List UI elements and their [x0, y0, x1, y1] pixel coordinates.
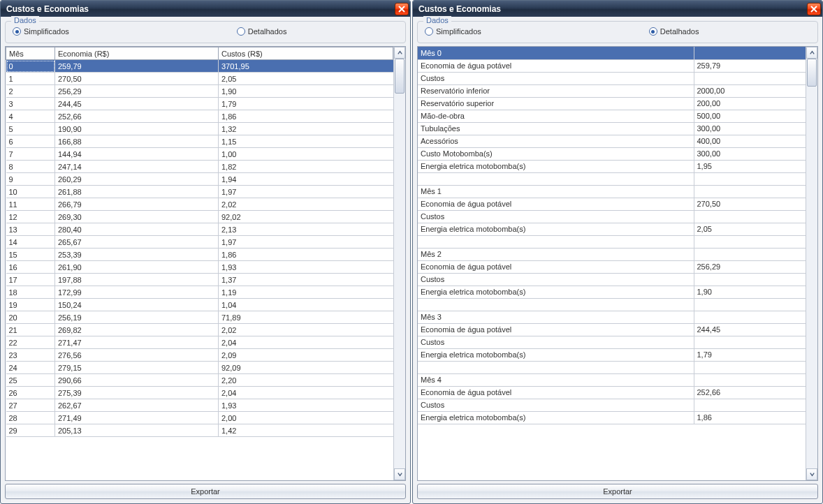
- table-row[interactable]: Custo Motobomba(s)300,00: [418, 147, 806, 160]
- table-row[interactable]: 28271,492,00: [6, 412, 393, 424]
- col-economia[interactable]: Economia (R$): [55, 47, 219, 60]
- scroll-track[interactable]: [394, 59, 405, 468]
- scroll-thumb[interactable]: [807, 59, 817, 87]
- table-row[interactable]: 6166,881,15: [6, 135, 393, 148]
- cell-value: [694, 273, 806, 286]
- table-row[interactable]: Economia de água potável252,66: [418, 386, 806, 399]
- radio-simplificados[interactable]: Simplificados: [13, 27, 69, 36]
- table-row[interactable]: 22271,472,04: [6, 336, 393, 349]
- table-row[interactable]: 11266,792,02: [6, 198, 393, 211]
- vertical-scrollbar[interactable]: [806, 47, 817, 480]
- table-row[interactable]: 9260,291,94: [6, 173, 393, 186]
- table-row[interactable]: 18172,991,19: [6, 286, 393, 299]
- radio-label: Simplificados: [436, 27, 481, 36]
- cell: 197,88: [55, 274, 219, 286]
- titlebar[interactable]: Custos e Economias: [413, 1, 822, 17]
- cell-label: Custos: [418, 399, 694, 411]
- table-row[interactable]: Economia de água potável256,29: [418, 260, 806, 273]
- table-row[interactable]: 17197,881,37: [6, 274, 393, 286]
- table-row[interactable]: [418, 172, 806, 185]
- table-row[interactable]: Reservatório inferior2000,00: [418, 84, 806, 97]
- titlebar[interactable]: Custos e Economias: [1, 1, 410, 17]
- scroll-down-button[interactable]: [806, 468, 817, 480]
- table-row[interactable]: 2256,291,90: [6, 85, 393, 98]
- table-row[interactable]: Mão-de-obra500,00: [418, 110, 806, 122]
- cell: 1,82: [219, 161, 393, 173]
- table-scroll[interactable]: Mês Economia (R$) Custos (R$) 0259,79370…: [6, 47, 393, 480]
- export-button[interactable]: Exportar: [417, 484, 818, 499]
- table-row[interactable]: [418, 235, 806, 248]
- table-row[interactable]: Energia eletrica motobomba(s)1,79: [418, 348, 806, 361]
- table-row[interactable]: 15253,391,86: [6, 249, 393, 261]
- col-mes[interactable]: Mês: [6, 47, 55, 60]
- export-label: Exportar: [191, 487, 220, 496]
- detalhados-table-area: Mês 0Economia de água potável259,79Custo…: [417, 46, 818, 481]
- table-row[interactable]: 29205,131,42: [6, 424, 393, 437]
- scroll-up-button[interactable]: [394, 47, 405, 59]
- radio-simplificados[interactable]: Simplificados: [425, 27, 481, 36]
- table-row[interactable]: 20256,1971,89: [6, 311, 393, 324]
- radio-detalhados[interactable]: Detalhados: [649, 27, 699, 36]
- table-row[interactable]: Custos: [418, 210, 806, 223]
- table-row[interactable]: 13280,402,13: [6, 223, 393, 236]
- table-row[interactable]: 24279,1592,09: [6, 362, 393, 374]
- table-row[interactable]: 21269,822,02: [6, 324, 393, 336]
- scroll-up-button[interactable]: [806, 47, 817, 59]
- radio-icon: [649, 27, 657, 36]
- cell: 269,82: [55, 324, 219, 336]
- cell-label: Energia eletrica motobomba(s): [418, 348, 694, 361]
- table-row[interactable]: Mês 4: [418, 373, 806, 386]
- table-row[interactable]: [418, 361, 806, 373]
- close-button[interactable]: [395, 3, 409, 15]
- table-row[interactable]: 4252,661,86: [6, 110, 393, 123]
- scroll-track[interactable]: [806, 59, 817, 468]
- cell: 256,19: [55, 311, 219, 324]
- table-row[interactable]: Economia de água potável259,79: [418, 59, 806, 72]
- table-row[interactable]: [418, 298, 806, 311]
- table-row[interactable]: Mês 1: [418, 185, 806, 198]
- table-row[interactable]: Custos: [418, 273, 806, 286]
- table-row[interactable]: Economia de água potável270,50: [418, 198, 806, 210]
- table-row[interactable]: Mês 2: [418, 248, 806, 260]
- table-row[interactable]: Custos: [418, 72, 806, 84]
- table-row[interactable]: Tubulações300,00: [418, 122, 806, 135]
- cell-value: [694, 399, 806, 411]
- table-row[interactable]: 27262,671,93: [6, 399, 393, 412]
- table-row[interactable]: 3244,451,79: [6, 98, 393, 110]
- table-row[interactable]: 8247,141,82: [6, 161, 393, 173]
- table-row[interactable]: 0259,793701,95: [6, 60, 393, 73]
- table-row[interactable]: 1270,502,05: [6, 73, 393, 85]
- table-row[interactable]: 5190,901,32: [6, 123, 393, 135]
- table-row[interactable]: 7144,941,00: [6, 148, 393, 161]
- cell-label: Mês 1: [418, 185, 694, 198]
- table-row[interactable]: 19150,241,04: [6, 299, 393, 311]
- cell: 150,24: [55, 299, 219, 311]
- table-row[interactable]: 25290,662,20: [6, 374, 393, 387]
- table-row[interactable]: 16261,901,93: [6, 261, 393, 274]
- table-row[interactable]: Energia eletrica motobomba(s)1,86: [418, 411, 806, 424]
- table-row[interactable]: Energia eletrica motobomba(s)2,05: [418, 223, 806, 235]
- table-row[interactable]: Acessórios400,00: [418, 135, 806, 147]
- table-row[interactable]: Mês 0: [418, 47, 806, 59]
- close-button[interactable]: [807, 3, 821, 15]
- export-button[interactable]: Exportar: [5, 484, 406, 499]
- table-scroll[interactable]: Mês 0Economia de água potável259,79Custo…: [418, 47, 806, 480]
- scroll-down-button[interactable]: [394, 468, 405, 480]
- table-row[interactable]: 14265,671,97: [6, 236, 393, 249]
- table-row[interactable]: 10261,881,97: [6, 186, 393, 198]
- table-row[interactable]: Energia eletrica motobomba(s)1,90: [418, 286, 806, 298]
- table-row[interactable]: Reservatório superior200,00: [418, 97, 806, 110]
- table-row[interactable]: 26275,392,04: [6, 387, 393, 399]
- col-custos[interactable]: Custos (R$): [219, 47, 393, 60]
- table-row[interactable]: Energia eletrica motobomba(s)1,95: [418, 160, 806, 172]
- cell-label: Economia de água potável: [418, 386, 694, 399]
- table-row[interactable]: Custos: [418, 336, 806, 348]
- scroll-thumb[interactable]: [395, 59, 405, 94]
- vertical-scrollbar[interactable]: [393, 47, 405, 480]
- table-row[interactable]: 23276,562,09: [6, 349, 393, 362]
- table-row[interactable]: Economia de água potável244,45: [418, 323, 806, 336]
- radio-detalhados[interactable]: Detalhados: [237, 27, 287, 36]
- table-row[interactable]: Custos: [418, 399, 806, 411]
- table-row[interactable]: 12269,3092,02: [6, 211, 393, 223]
- table-row[interactable]: Mês 3: [418, 311, 806, 323]
